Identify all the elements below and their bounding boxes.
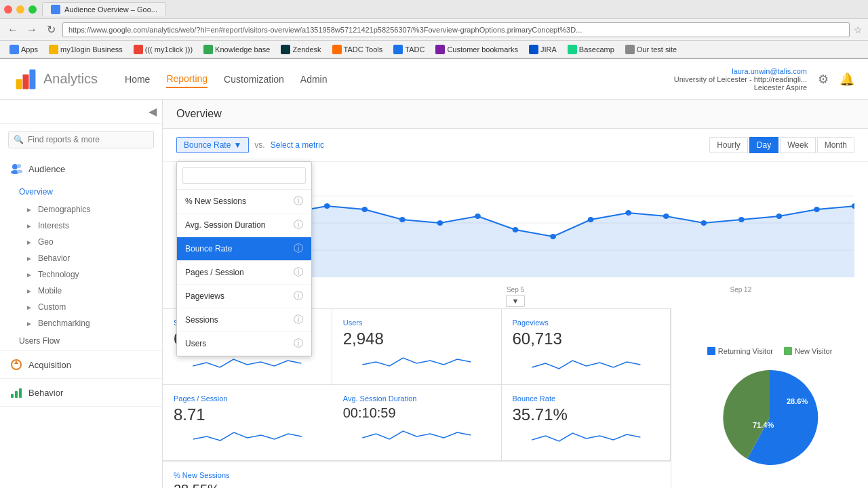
avg-session-value: 00:10:59 xyxy=(343,405,490,421)
bounce-rate-option-label: Bounce Rate xyxy=(185,244,232,253)
refresh-button[interactable]: ↻ xyxy=(43,22,58,37)
pages-session-label[interactable]: Pages / Session xyxy=(174,394,321,403)
bookmark-mylogin[interactable]: my1login Business xyxy=(45,44,127,55)
sessions-help-icon[interactable]: ⓘ xyxy=(294,314,303,326)
dropdown-item-users[interactable]: Users ⓘ xyxy=(177,332,311,356)
new-sessions-help-icon[interactable]: ⓘ xyxy=(294,195,303,207)
sidebar-item-geo[interactable]: ► Geo xyxy=(0,234,162,250)
back-button[interactable]: ← xyxy=(5,22,20,37)
sidebar-search-input[interactable] xyxy=(8,131,154,148)
minimize-button[interactable] xyxy=(16,5,24,14)
period-buttons: Hourly Day Week Month xyxy=(709,137,854,153)
sidebar-item-behavior[interactable]: ► Behavior xyxy=(0,250,162,266)
jira-icon xyxy=(529,45,538,54)
dropdown-item-new-sessions[interactable]: % New Sessions ⓘ xyxy=(177,190,311,214)
nav-admin[interactable]: Admin xyxy=(300,71,328,87)
address-input[interactable] xyxy=(62,22,850,37)
period-week[interactable]: Week xyxy=(780,137,815,153)
collapse-sidebar-button[interactable]: ◀ xyxy=(149,105,157,118)
svg-point-29 xyxy=(701,220,707,226)
sidebar-item-users-flow[interactable]: Users Flow xyxy=(0,331,162,350)
bookmark-star[interactable]: ☆ xyxy=(854,24,863,35)
period-day[interactable]: Day xyxy=(749,137,778,153)
dropdown-item-pages-session[interactable]: Pages / Session ⓘ xyxy=(177,261,311,285)
behavior-section-header[interactable]: Behavior xyxy=(0,379,162,406)
primary-metric-button[interactable]: Bounce Rate ▼ xyxy=(176,137,249,153)
benchmarking-label: Benchmarking xyxy=(38,319,90,328)
sidebar-item-benchmarking[interactable]: ► Benchmarking xyxy=(0,315,162,331)
chart-date-2: Sep 12 xyxy=(730,286,752,293)
settings-icon[interactable]: ⚙ xyxy=(818,72,829,87)
forward-button[interactable]: → xyxy=(24,22,39,37)
pageviews-label[interactable]: Pageviews xyxy=(513,319,660,327)
metric-card-bounce-rate: Bounce Rate 35.71% xyxy=(502,385,671,461)
close-button[interactable] xyxy=(4,5,12,14)
sidebar-item-overview[interactable]: Overview xyxy=(0,182,162,201)
dropdown-item-avg-session[interactable]: Avg. Session Duration ⓘ xyxy=(177,214,311,237)
period-hourly[interactable]: Hourly xyxy=(709,137,748,153)
address-bar: ← → ↻ ☆ xyxy=(0,19,868,41)
dropdown-item-bounce-rate[interactable]: Bounce Rate ⓘ xyxy=(177,237,311,261)
new-sessions-pct-label[interactable]: % New Sessions xyxy=(174,471,660,479)
primary-metric-label: Bounce Rate xyxy=(184,140,231,150)
bookmarks-bar: Apps my1login Business ((( my1click ))) … xyxy=(0,41,868,58)
bookmark-tadc-tools[interactable]: TADC Tools xyxy=(328,44,387,55)
bookmark-jira-label: JIRA xyxy=(540,45,557,54)
bookmark-apps[interactable]: Apps xyxy=(5,44,42,55)
pages-session-help-icon[interactable]: ⓘ xyxy=(294,266,303,279)
nav-customization[interactable]: Customization xyxy=(224,71,284,87)
content-area: ◀ 🔍 Audience Overview ► De xyxy=(0,100,868,488)
pageviews-sparkline xyxy=(513,352,660,373)
vs-label: vs. xyxy=(254,140,264,150)
demographics-label: Demographics xyxy=(38,205,90,214)
dropdown-search-input[interactable] xyxy=(182,167,306,184)
audience-icon xyxy=(9,162,23,176)
notification-icon[interactable]: 🔔 xyxy=(840,72,854,87)
returning-label: Returning Visitor xyxy=(718,347,773,355)
pages-session-value: 8.71 xyxy=(174,405,321,424)
sidebar-item-demographics[interactable]: ► Demographics xyxy=(0,201,162,218)
bookmark-customer[interactable]: Customer bookmarks xyxy=(431,44,522,55)
avg-session-sparkline xyxy=(343,425,490,445)
sidebar-item-custom[interactable]: ► Custom xyxy=(0,299,162,315)
sidebar-item-technology[interactable]: ► Technology xyxy=(0,266,162,283)
users-label[interactable]: Users xyxy=(343,319,490,327)
bookmark-myclick-label: ((( my1click ))) xyxy=(145,45,193,54)
bookmark-our[interactable]: Our test site xyxy=(621,44,681,55)
pageviews-option-label: Pageviews xyxy=(185,291,224,301)
dropdown-item-sessions[interactable]: Sessions ⓘ xyxy=(177,308,311,332)
svg-point-19 xyxy=(324,203,330,209)
pageviews-help-icon[interactable]: ⓘ xyxy=(294,290,303,302)
browser-tab[interactable]: Audience Overview – Goo... xyxy=(42,2,166,16)
chart-options-button[interactable]: ▼ xyxy=(506,295,526,307)
period-month[interactable]: Month xyxy=(817,137,854,153)
bookmark-zendesk[interactable]: Zendesk xyxy=(277,44,325,55)
users-flow-label: Users Flow xyxy=(19,336,60,346)
new-sessions-option-label: % New Sessions xyxy=(185,197,246,206)
behavior-icon xyxy=(9,386,23,399)
avg-session-help-icon[interactable]: ⓘ xyxy=(294,219,303,231)
bounce-rate-value: 35.71% xyxy=(513,405,660,424)
bookmark-myclick[interactable]: ((( my1click ))) xyxy=(130,44,197,55)
bookmark-kb[interactable]: Knowledge base xyxy=(199,44,274,55)
bookmark-tadc-label: TADC xyxy=(405,45,425,54)
bookmark-tadc[interactable]: TADC xyxy=(389,44,429,55)
acquisition-section-header[interactable]: Acquisition xyxy=(0,351,162,378)
users-help-icon[interactable]: ⓘ xyxy=(294,338,303,350)
bounce-rate-help-icon[interactable]: ⓘ xyxy=(294,243,303,255)
svg-point-31 xyxy=(776,214,782,219)
select-metric-link[interactable]: Select a metric xyxy=(271,140,324,150)
nav-home[interactable]: Home xyxy=(125,71,150,87)
maximize-button[interactable] xyxy=(28,5,37,14)
bookmark-basecamp[interactable]: Basecamp xyxy=(564,44,618,55)
sidebar-item-mobile[interactable]: ► Mobile xyxy=(0,283,162,299)
avg-session-label[interactable]: Avg. Session Duration xyxy=(343,394,490,403)
sidebar-item-interests[interactable]: ► Interests xyxy=(0,218,162,234)
audience-section-header[interactable]: Audience xyxy=(0,155,162,182)
svg-point-27 xyxy=(625,210,631,216)
svg-rect-11 xyxy=(19,388,22,398)
bookmark-jira[interactable]: JIRA xyxy=(525,44,561,55)
bounce-rate-label[interactable]: Bounce Rate xyxy=(513,394,660,403)
dropdown-item-pageviews[interactable]: Pageviews ⓘ xyxy=(177,285,311,308)
nav-reporting[interactable]: Reporting xyxy=(166,70,208,88)
